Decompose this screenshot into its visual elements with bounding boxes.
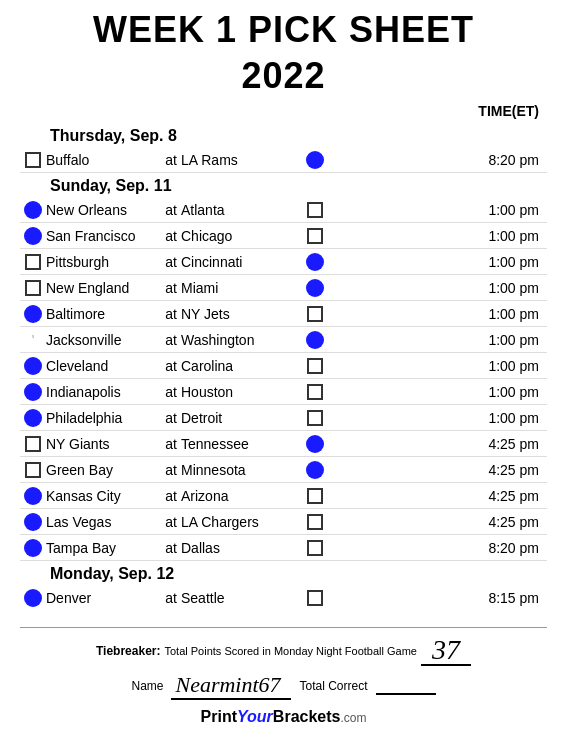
at-word: at	[161, 228, 181, 244]
footer-your: Your	[237, 708, 273, 725]
right-pick	[301, 202, 329, 218]
left-pick	[20, 487, 46, 505]
team-home: Kansas City	[46, 488, 161, 504]
team-away: Dallas	[181, 540, 301, 556]
game-row: Kansas CityatArizona4:25 pm	[20, 483, 547, 509]
game-row: Green BayatMinnesota4:25 pm	[20, 457, 547, 483]
game-row: DenveratSeattle8:15 pm	[20, 585, 547, 611]
game-row: BuffaloatLA Rams8:20 pm	[20, 147, 547, 173]
game-time: 8:15 pm	[329, 590, 547, 606]
left-pick	[20, 462, 46, 478]
at-word: at	[161, 358, 181, 374]
at-word: at	[161, 462, 181, 478]
team-away: Tennessee	[181, 436, 301, 452]
team-away: Arizona	[181, 488, 301, 504]
right-pick	[301, 358, 329, 374]
team-home: Jacksonville	[46, 332, 161, 348]
right-pick	[301, 228, 329, 244]
right-pick	[301, 331, 329, 349]
game-time: 1:00 pm	[329, 384, 547, 400]
right-pick	[301, 435, 329, 453]
at-word: at	[161, 332, 181, 348]
at-word: at	[161, 540, 181, 556]
at-word: at	[161, 514, 181, 530]
left-pick	[20, 436, 46, 452]
name-label: Name	[131, 679, 163, 693]
game-row: ClevelandatCarolina1:00 pm	[20, 353, 547, 379]
at-word: at	[161, 202, 181, 218]
correct-label: Total Correct	[299, 679, 367, 693]
at-word: at	[161, 436, 181, 452]
right-pick	[301, 253, 329, 271]
at-word: at	[161, 152, 181, 168]
game-time: 8:20 pm	[329, 540, 547, 556]
at-word: at	[161, 590, 181, 606]
game-time: 4:25 pm	[329, 488, 547, 504]
team-away: Seattle	[181, 590, 301, 606]
game-time: 1:00 pm	[329, 410, 547, 426]
game-row: Tampa BayatDallas8:20 pm	[20, 535, 547, 561]
section-header: Thursday, Sep. 8	[50, 127, 547, 145]
team-home: Las Vegas	[46, 514, 161, 530]
team-home: Denver	[46, 590, 161, 606]
at-word: at	[161, 488, 181, 504]
correct-value	[376, 677, 436, 695]
game-time: 4:25 pm	[329, 436, 547, 452]
team-away: Chicago	[181, 228, 301, 244]
footer: PrintYourBrackets.com	[20, 708, 547, 726]
team-away: Detroit	[181, 410, 301, 426]
game-row: PittsburghatCincinnati1:00 pm	[20, 249, 547, 275]
left-pick	[20, 589, 46, 607]
team-home: Indianapolis	[46, 384, 161, 400]
game-time: 1:00 pm	[329, 280, 547, 296]
right-pick	[301, 410, 329, 426]
game-time: 8:20 pm	[329, 152, 547, 168]
footer-print: Print	[201, 708, 237, 725]
left-pick	[20, 201, 46, 219]
left-pick	[20, 539, 46, 557]
team-home: Buffalo	[46, 152, 161, 168]
game-row: New EnglandatMiami1:00 pm	[20, 275, 547, 301]
game-time: 4:25 pm	[329, 462, 547, 478]
name-value: Nearmint67	[171, 672, 291, 700]
game-row: 'JacksonvilleatWashington1:00 pm	[20, 327, 547, 353]
title: WEEK 1 PICK SHEET 2022	[20, 10, 547, 95]
game-row: NY GiantsatTennessee4:25 pm	[20, 431, 547, 457]
team-away: LA Chargers	[181, 514, 301, 530]
team-away: Minnesota	[181, 462, 301, 478]
team-home: NY Giants	[46, 436, 161, 452]
left-pick	[20, 305, 46, 323]
game-row: BaltimoreatNY Jets1:00 pm	[20, 301, 547, 327]
team-away: Cincinnati	[181, 254, 301, 270]
right-pick	[301, 279, 329, 297]
team-home: Baltimore	[46, 306, 161, 322]
team-away: NY Jets	[181, 306, 301, 322]
team-away: Washington	[181, 332, 301, 348]
team-home: Cleveland	[46, 358, 161, 374]
left-pick	[20, 280, 46, 296]
team-home: New England	[46, 280, 161, 296]
game-row: New OrleansatAtlanta1:00 pm	[20, 197, 547, 223]
tiebreaker-value: 37	[421, 636, 471, 666]
right-pick	[301, 488, 329, 504]
right-pick	[301, 514, 329, 530]
left-pick	[20, 357, 46, 375]
time-header: TIME(ET)	[478, 103, 547, 119]
left-pick	[20, 383, 46, 401]
game-row: IndianapolisatHouston1:00 pm	[20, 379, 547, 405]
footer-brackets: Brackets	[273, 708, 341, 725]
left-pick	[20, 227, 46, 245]
game-time: 1:00 pm	[329, 202, 547, 218]
right-pick	[301, 461, 329, 479]
at-word: at	[161, 410, 181, 426]
team-home: Philadelphia	[46, 410, 161, 426]
at-word: at	[161, 306, 181, 322]
right-pick	[301, 590, 329, 606]
team-away: Carolina	[181, 358, 301, 374]
game-time: 1:00 pm	[329, 228, 547, 244]
team-away: Miami	[181, 280, 301, 296]
team-away: Atlanta	[181, 202, 301, 218]
game-time: 1:00 pm	[329, 254, 547, 270]
tiebreaker-desc: Total Points Scored in Monday Night Foot…	[164, 645, 417, 657]
left-pick	[20, 152, 46, 168]
